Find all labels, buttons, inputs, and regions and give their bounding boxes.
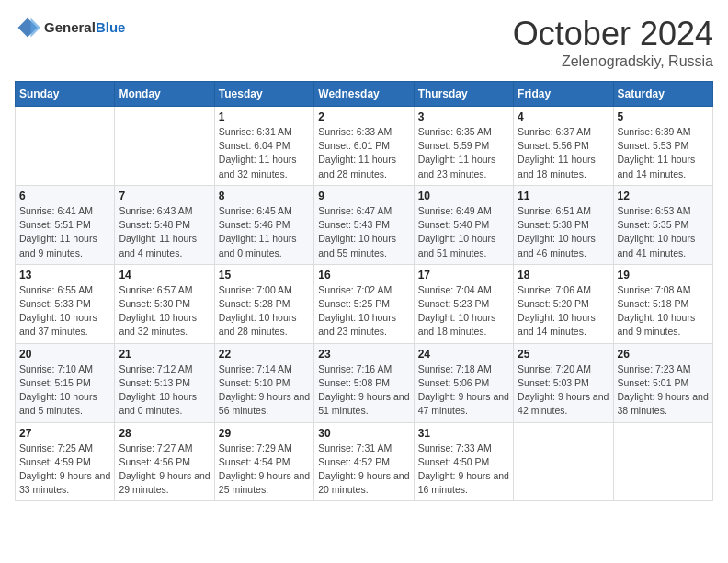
day-info: Sunrise: 6:39 AMSunset: 5:53 PMDaylight:… (618, 125, 709, 181)
calendar-cell: 28Sunrise: 7:27 AMSunset: 4:56 PMDayligh… (115, 422, 214, 501)
day-number: 28 (119, 427, 210, 440)
day-number: 26 (618, 348, 709, 361)
calendar-cell: 13Sunrise: 6:55 AMSunset: 5:33 PMDayligh… (16, 264, 115, 343)
day-info: Sunrise: 6:49 AMSunset: 5:40 PMDaylight:… (418, 204, 509, 260)
calendar-cell: 22Sunrise: 7:14 AMSunset: 5:10 PMDayligh… (214, 343, 313, 422)
day-number: 3 (418, 110, 509, 123)
calendar-cell: 20Sunrise: 7:10 AMSunset: 5:15 PMDayligh… (16, 343, 115, 422)
day-number: 30 (318, 427, 409, 440)
day-info: Sunrise: 7:25 AMSunset: 4:59 PMDaylight:… (19, 442, 110, 498)
calendar-cell (115, 107, 214, 186)
day-info: Sunrise: 7:33 AMSunset: 4:50 PMDaylight:… (418, 442, 509, 498)
calendar-cell: 11Sunrise: 6:51 AMSunset: 5:38 PMDayligh… (514, 185, 613, 264)
weekday-header: Tuesday (214, 82, 313, 107)
calendar-cell: 29Sunrise: 7:29 AMSunset: 4:54 PMDayligh… (214, 422, 313, 501)
calendar-cell: 24Sunrise: 7:18 AMSunset: 5:06 PMDayligh… (414, 343, 513, 422)
day-info: Sunrise: 6:33 AMSunset: 6:01 PMDaylight:… (318, 125, 409, 181)
day-number: 25 (518, 348, 609, 361)
day-info: Sunrise: 7:29 AMSunset: 4:54 PMDaylight:… (219, 442, 310, 498)
calendar-cell: 27Sunrise: 7:25 AMSunset: 4:59 PMDayligh… (16, 422, 115, 501)
calendar-week-row: 6Sunrise: 6:41 AMSunset: 5:51 PMDaylight… (16, 185, 713, 264)
calendar-cell: 17Sunrise: 7:04 AMSunset: 5:23 PMDayligh… (414, 264, 513, 343)
day-info: Sunrise: 7:14 AMSunset: 5:10 PMDaylight:… (219, 362, 310, 419)
calendar-cell: 10Sunrise: 6:49 AMSunset: 5:40 PMDayligh… (414, 185, 513, 264)
calendar-cell: 26Sunrise: 7:23 AMSunset: 5:01 PMDayligh… (613, 343, 712, 422)
calendar-cell: 21Sunrise: 7:12 AMSunset: 5:13 PMDayligh… (115, 343, 214, 422)
day-number: 1 (219, 110, 310, 123)
day-info: Sunrise: 6:43 AMSunset: 5:48 PMDaylight:… (119, 204, 210, 260)
day-number: 16 (318, 269, 409, 282)
weekday-header: Sunday (16, 82, 115, 107)
weekday-header: Thursday (414, 82, 513, 107)
day-number: 20 (19, 348, 110, 361)
page-header: GeneralBlue October 2024 Zelenogradskiy,… (15, 15, 713, 70)
day-info: Sunrise: 7:12 AMSunset: 5:13 PMDaylight:… (119, 362, 210, 419)
calendar-cell: 14Sunrise: 6:57 AMSunset: 5:30 PMDayligh… (115, 264, 214, 343)
day-info: Sunrise: 7:27 AMSunset: 4:56 PMDaylight:… (119, 442, 210, 498)
day-info: Sunrise: 7:23 AMSunset: 5:01 PMDaylight:… (618, 362, 709, 419)
day-number: 21 (119, 348, 210, 361)
logo-general: General (44, 19, 96, 35)
calendar-header: SundayMondayTuesdayWednesdayThursdayFrid… (16, 82, 713, 107)
day-number: 10 (418, 190, 509, 202)
calendar-week-row: 1Sunrise: 6:31 AMSunset: 6:04 PMDaylight… (16, 107, 713, 186)
logo-icon (15, 15, 40, 40)
day-number: 4 (518, 110, 609, 123)
calendar-cell: 5Sunrise: 6:39 AMSunset: 5:53 PMDaylight… (613, 107, 712, 186)
logo-blue: Blue (96, 19, 126, 35)
calendar-cell: 1Sunrise: 6:31 AMSunset: 6:04 PMDaylight… (214, 107, 313, 186)
calendar-cell: 9Sunrise: 6:47 AMSunset: 5:43 PMDaylight… (314, 185, 414, 264)
calendar-week-row: 13Sunrise: 6:55 AMSunset: 5:33 PMDayligh… (16, 264, 713, 343)
day-info: Sunrise: 7:02 AMSunset: 5:25 PMDaylight:… (318, 283, 409, 339)
calendar-cell (613, 422, 712, 501)
calendar-cell: 25Sunrise: 7:20 AMSunset: 5:03 PMDayligh… (514, 343, 613, 422)
month-title: October 2024 (513, 15, 713, 53)
location: Zelenogradskiy, Russia (513, 53, 713, 70)
calendar-cell: 4Sunrise: 6:37 AMSunset: 5:56 PMDaylight… (514, 107, 613, 186)
day-number: 18 (518, 269, 609, 282)
calendar-cell: 2Sunrise: 6:33 AMSunset: 6:01 PMDaylight… (314, 107, 414, 186)
day-info: Sunrise: 6:55 AMSunset: 5:33 PMDaylight:… (19, 283, 110, 339)
title-block: October 2024 Zelenogradskiy, Russia (513, 15, 713, 70)
calendar-cell: 31Sunrise: 7:33 AMSunset: 4:50 PMDayligh… (414, 422, 513, 501)
day-info: Sunrise: 6:51 AMSunset: 5:38 PMDaylight:… (518, 204, 609, 260)
day-info: Sunrise: 7:10 AMSunset: 5:15 PMDaylight:… (19, 362, 110, 419)
calendar-cell: 7Sunrise: 6:43 AMSunset: 5:48 PMDaylight… (115, 185, 214, 264)
day-info: Sunrise: 7:31 AMSunset: 4:52 PMDaylight:… (318, 442, 409, 498)
day-number: 19 (618, 269, 709, 282)
calendar-cell (514, 422, 613, 501)
day-number: 15 (219, 269, 310, 282)
day-number: 27 (19, 427, 110, 440)
svg-marker-1 (31, 18, 41, 38)
calendar-table: SundayMondayTuesdayWednesdayThursdayFrid… (15, 81, 713, 501)
calendar-week-row: 27Sunrise: 7:25 AMSunset: 4:59 PMDayligh… (16, 422, 713, 501)
day-number: 31 (418, 427, 509, 440)
day-number: 24 (418, 348, 509, 361)
day-number: 29 (219, 427, 310, 440)
day-number: 13 (19, 269, 110, 282)
calendar-cell: 16Sunrise: 7:02 AMSunset: 5:25 PMDayligh… (314, 264, 414, 343)
day-number: 7 (119, 190, 210, 202)
day-info: Sunrise: 6:31 AMSunset: 6:04 PMDaylight:… (219, 125, 310, 181)
day-info: Sunrise: 6:45 AMSunset: 5:46 PMDaylight:… (219, 204, 310, 260)
day-info: Sunrise: 7:18 AMSunset: 5:06 PMDaylight:… (418, 362, 509, 419)
day-info: Sunrise: 7:00 AMSunset: 5:28 PMDaylight:… (219, 283, 310, 339)
calendar-cell: 6Sunrise: 6:41 AMSunset: 5:51 PMDaylight… (16, 185, 115, 264)
day-number: 11 (518, 190, 609, 202)
day-number: 8 (219, 190, 310, 202)
calendar-cell: 23Sunrise: 7:16 AMSunset: 5:08 PMDayligh… (314, 343, 414, 422)
day-number: 2 (318, 110, 409, 123)
weekday-header: Friday (514, 82, 613, 107)
day-info: Sunrise: 7:08 AMSunset: 5:18 PMDaylight:… (618, 283, 709, 339)
calendar-cell: 15Sunrise: 7:00 AMSunset: 5:28 PMDayligh… (214, 264, 313, 343)
logo: GeneralBlue (15, 15, 125, 40)
calendar-cell: 12Sunrise: 6:53 AMSunset: 5:35 PMDayligh… (613, 185, 712, 264)
day-info: Sunrise: 6:37 AMSunset: 5:56 PMDaylight:… (518, 125, 609, 181)
calendar-week-row: 20Sunrise: 7:10 AMSunset: 5:15 PMDayligh… (16, 343, 713, 422)
day-info: Sunrise: 6:57 AMSunset: 5:30 PMDaylight:… (119, 283, 210, 339)
weekday-header: Monday (115, 82, 214, 107)
calendar-cell: 18Sunrise: 7:06 AMSunset: 5:20 PMDayligh… (514, 264, 613, 343)
day-info: Sunrise: 6:47 AMSunset: 5:43 PMDaylight:… (318, 204, 409, 260)
day-info: Sunrise: 7:06 AMSunset: 5:20 PMDaylight:… (518, 283, 609, 339)
day-info: Sunrise: 6:53 AMSunset: 5:35 PMDaylight:… (618, 204, 709, 260)
